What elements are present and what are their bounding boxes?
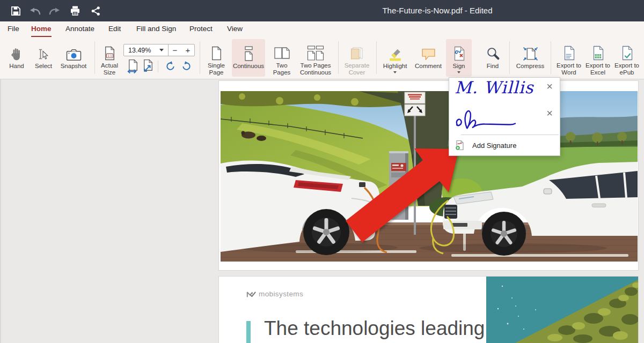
continuous-button[interactable]: Continuous [232, 39, 265, 77]
find-button[interactable]: Find [477, 39, 508, 77]
export-to-word-button[interactable]: Export to Word [554, 39, 583, 77]
window-title: The-Future-is-Now.pdf - Edited [333, 0, 542, 21]
continuous-icon [243, 39, 255, 61]
compress-button[interactable]: Compress [513, 39, 548, 77]
single-page-button[interactable]: Single Page [202, 39, 230, 77]
separate-cover-label: Separate Cover [341, 62, 373, 77]
add-signature-item[interactable]: Add Signature [449, 135, 560, 155]
separate-cover-button: Separate Cover [341, 39, 373, 77]
ribbon-separator [551, 41, 551, 74]
two-pages-button[interactable]: Two Pages [267, 39, 297, 77]
sign-icon [453, 39, 465, 61]
print-icon[interactable] [68, 4, 82, 17]
two-pages-continuous-label: Two Pages Continuous [296, 62, 335, 77]
export-epub-label: Export to ePub [612, 62, 641, 77]
sign-dropdown-panel: M. Willis × × Add Signature [449, 77, 560, 156]
sign-dropdown-caret-icon[interactable] [457, 71, 460, 73]
actual-size-button[interactable]: 1:1 Actual Size [97, 39, 122, 77]
menu-annotate[interactable]: Annotate [65, 21, 94, 36]
compress-icon [523, 39, 538, 61]
export-word-label: Export to Word [554, 62, 583, 77]
menu-protect[interactable]: Protect [189, 21, 213, 36]
rotate-right-button[interactable] [179, 58, 193, 73]
pdf-page-1 [218, 80, 639, 271]
mobisystems-logo-icon [246, 290, 256, 298]
two-pages-continuous-button[interactable]: Two Pages Continuous [296, 39, 335, 77]
export-to-excel-button[interactable]: Export to Excel [583, 39, 612, 77]
continuous-label: Continuous [233, 63, 264, 70]
pdf-editor-window: { "window": { "title": "The-Future-is-No… [0, 0, 644, 343]
fit-page-button[interactable] [141, 58, 155, 73]
hand-label: Hand [9, 63, 24, 70]
find-icon [486, 39, 500, 61]
snapshot-button[interactable]: Snapshot [58, 39, 89, 77]
zoom-in-button[interactable]: + [181, 44, 194, 56]
ribbon-separator [200, 41, 200, 74]
sign-button[interactable]: Sign [446, 39, 472, 77]
menu-fill-and-sign[interactable]: Fill and Sign [136, 21, 176, 36]
hand-icon [11, 39, 23, 61]
zoom-level-value: 13.49% [124, 47, 159, 54]
zoom-level-combobox[interactable]: 13.49% − + [123, 44, 195, 56]
brand-name: mobisystems [259, 290, 303, 298]
menu-bar: File Home Annotate Edit Fill and Sign Pr… [0, 21, 644, 37]
redo-icon[interactable] [47, 4, 61, 17]
title-bar: The-Future-is-Now.pdf - Edited [0, 0, 644, 21]
highlight-label: Highlight [383, 63, 407, 70]
rotate-left-button[interactable] [163, 58, 177, 73]
ribbon-separator [158, 61, 158, 72]
menu-home[interactable]: Home [31, 21, 52, 37]
undo-icon[interactable] [28, 4, 42, 17]
saved-signature-text[interactable]: M. Willis [455, 78, 533, 97]
find-label: Find [487, 63, 499, 70]
export-to-epub-button[interactable]: Export to ePub [612, 39, 641, 77]
remove-signature-1-icon[interactable]: × [545, 82, 554, 92]
two-pages-label: Two Pages [267, 62, 297, 77]
coastline-photo [486, 277, 639, 343]
two-pages-icon [274, 39, 290, 61]
select-icon [38, 39, 49, 61]
ribbon-separator [94, 41, 95, 74]
menu-view[interactable]: View [227, 21, 243, 36]
viewer-left-edge [0, 79, 1, 343]
zoom-out-button[interactable]: − [169, 44, 181, 56]
saved-signature-drawing[interactable] [453, 106, 524, 133]
select-label: Select [35, 63, 52, 70]
export-word-icon [563, 39, 575, 61]
document-heading: The technologies leading [264, 317, 485, 340]
heading-accent-bar [246, 321, 251, 343]
comment-label: Comment [415, 63, 442, 70]
export-excel-label: Export to Excel [583, 62, 612, 77]
highlight-dropdown-caret-icon[interactable] [393, 71, 397, 73]
export-excel-icon [592, 39, 604, 61]
snapshot-camera-icon [66, 39, 82, 61]
two-pages-continuous-icon [306, 39, 325, 61]
actual-size-icon: 1:1 [104, 39, 115, 61]
ribbon-separator [376, 41, 377, 74]
menu-edit[interactable]: Edit [108, 21, 121, 36]
add-signature-label: Add Signature [472, 141, 516, 150]
fit-width-button[interactable] [126, 58, 140, 73]
share-icon[interactable] [89, 4, 103, 17]
save-icon[interactable] [9, 4, 23, 17]
export-epub-icon [621, 39, 633, 61]
comment-icon [421, 39, 436, 61]
select-tool-button[interactable]: Select [30, 39, 57, 77]
electric-cars-photo [221, 91, 638, 262]
sign-label: Sign [452, 63, 465, 70]
single-page-icon [211, 39, 222, 61]
highlight-icon [388, 39, 402, 61]
ribbon-separator [338, 41, 339, 74]
zoom-dropdown-caret-icon[interactable] [159, 49, 164, 51]
svg-text:1:1: 1:1 [107, 54, 112, 57]
compress-label: Compress [516, 63, 544, 70]
hand-tool-button[interactable]: Hand [4, 39, 29, 77]
comment-button[interactable]: Comment [412, 39, 445, 77]
ribbon-toolbar: Hand Select Snapshot 1:1 Actual Size 13.… [0, 37, 644, 79]
brand-row: mobisystems [246, 290, 303, 298]
menu-file[interactable]: File [8, 21, 19, 36]
highlight-button[interactable]: Highlight [378, 39, 412, 77]
snapshot-label: Snapshot [61, 63, 87, 70]
ribbon-separator [509, 41, 510, 74]
remove-signature-2-icon[interactable]: × [545, 109, 554, 118]
